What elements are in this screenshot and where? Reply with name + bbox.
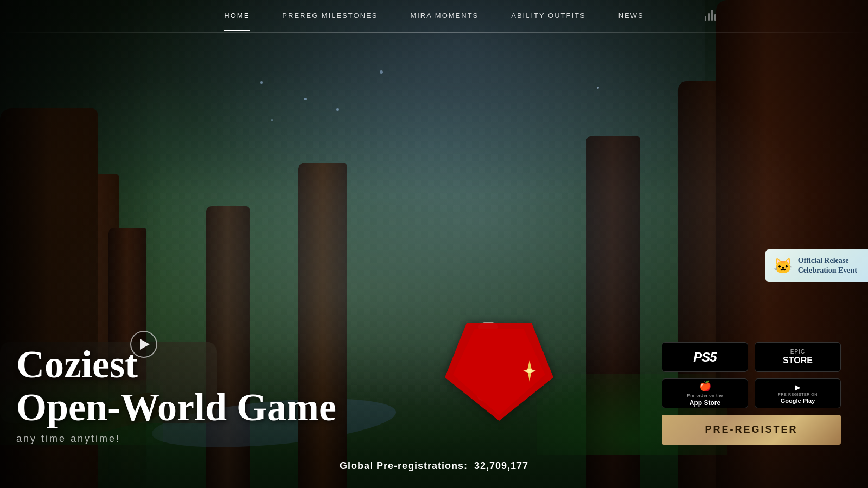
- prereg-count: Global Pre-registrations: 32,709,177: [340, 460, 528, 472]
- nav-home[interactable]: HOME: [224, 11, 250, 22]
- hero-title-line2: Open-World Game: [16, 386, 336, 429]
- release-banner-line2: Celebration Event: [798, 266, 857, 275]
- release-banner-text: Official Release Celebration Event: [798, 256, 857, 275]
- googleplay-button[interactable]: ▶ PRE-REGISTER ON Google Play: [755, 378, 841, 408]
- epic-button[interactable]: EPIC STORE: [755, 342, 841, 372]
- ps5-button[interactable]: PS5: [662, 342, 748, 372]
- play-button[interactable]: [130, 331, 157, 358]
- release-banner[interactable]: 🐱 Official Release Celebration Event: [765, 249, 868, 282]
- epic-label-top: EPIC: [790, 349, 805, 355]
- googleplay-label: Google Play: [781, 397, 815, 404]
- nav-ability[interactable]: ABILITY OUTFITS: [511, 11, 585, 22]
- store-buttons: PS5 EPIC STORE 🍎 Pre-order on the App St…: [662, 342, 841, 445]
- red-arrow: [445, 312, 553, 423]
- epic-store-label: STORE: [783, 356, 813, 365]
- appstore-label-top: Pre-order on the: [687, 393, 723, 398]
- hero-title-line1: Coziest: [16, 343, 336, 386]
- nav-news[interactable]: NEWS: [618, 11, 644, 22]
- nav-mira[interactable]: MIRA MOMENTS: [410, 11, 478, 22]
- hero-title: Coziest Open-World Game: [16, 343, 336, 429]
- hero-subtitle: any time anytime!: [16, 433, 336, 445]
- appstore-label: App Store: [690, 399, 720, 407]
- pre-register-button[interactable]: PRE-REGISTER: [662, 415, 841, 445]
- release-banner-line1: Official Release: [798, 256, 857, 266]
- diamond-sparkle: [523, 360, 536, 384]
- nav-underline: [0, 32, 868, 33]
- release-banner-icon: 🐱: [774, 257, 793, 275]
- gplay-icon: ▶: [795, 383, 801, 391]
- main-nav: HOME PREREG MILESTONES MIRA MOMENTS ABIL…: [0, 0, 868, 33]
- svg-marker-4: [523, 369, 536, 373]
- googleplay-label-top: PRE-REGISTER ON: [778, 393, 817, 396]
- hero-content: Coziest Open-World Game any time anytime…: [0, 343, 336, 445]
- appstore-button[interactable]: 🍎 Pre-order on the App Store: [662, 378, 748, 408]
- store-row-top: PS5 EPIC STORE: [662, 342, 841, 372]
- nav-prereg[interactable]: PREREG MILESTONES: [282, 11, 378, 22]
- apple-icon: 🍎: [699, 380, 711, 392]
- bottom-divider: [0, 455, 868, 455]
- store-row-bottom: 🍎 Pre-order on the App Store ▶ PRE-REGIS…: [662, 378, 841, 408]
- ps5-text: PS5: [693, 350, 716, 365]
